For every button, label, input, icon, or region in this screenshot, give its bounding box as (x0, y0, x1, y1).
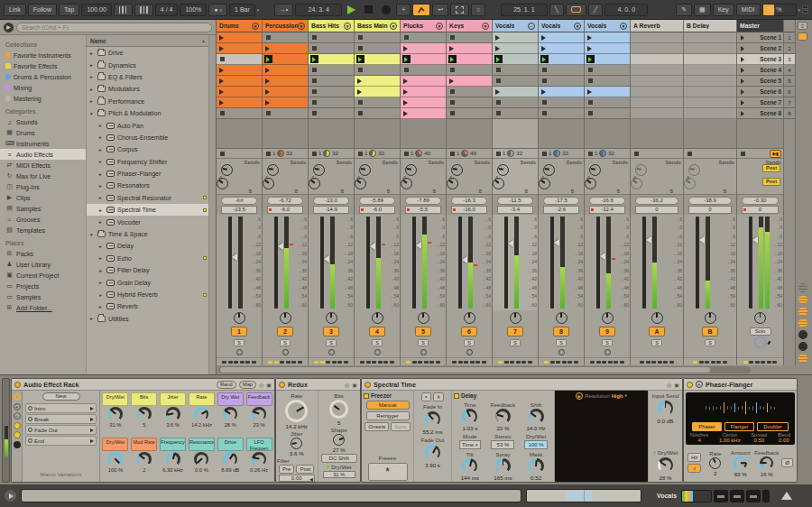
crossfade-dash[interactable] (482, 361, 486, 364)
punch-in-button[interactable]: ╲ (549, 4, 564, 16)
hot-swap-icon[interactable]: ◎ (667, 382, 671, 388)
crossfade-dash[interactable] (510, 361, 514, 364)
clip-playing-button[interactable] (540, 55, 549, 63)
send-a-knob[interactable] (221, 164, 233, 176)
macro-label[interactable]: Dry/Wet (102, 392, 128, 406)
arrangement-position-field[interactable]: 24. 3. 4 (295, 4, 342, 16)
clip-slot[interactable] (309, 43, 354, 54)
shape-knob[interactable] (333, 434, 345, 446)
freeze-trigger-icon[interactable]: ▶ (576, 392, 583, 400)
clip-slot[interactable] (493, 87, 538, 97)
clip-slot[interactable] (585, 97, 630, 108)
clip-slot[interactable] (447, 108, 492, 119)
sidebar-item-drums-percussion[interactable]: Drums & Percussion (0, 71, 86, 82)
clip-slot[interactable] (355, 97, 400, 108)
disclosure-arrow-icon[interactable]: ▾ (88, 232, 95, 237)
crossfade-dash[interactable] (743, 361, 748, 364)
sidebar-item-max-for-live[interactable]: ↻Max for Live (0, 171, 86, 181)
freeze-sync-button[interactable]: Sync (391, 422, 410, 431)
feedback-knob[interactable] (760, 456, 773, 470)
track-activator-button[interactable]: 6 (461, 327, 477, 336)
preview-volume-knob[interactable] (754, 336, 766, 348)
crossfade-dash[interactable] (326, 361, 330, 364)
macro-knob[interactable] (252, 407, 266, 421)
device-fold-icon[interactable]: ▾ (696, 381, 703, 388)
clip-slot[interactable] (217, 54, 262, 65)
clip-slot[interactable] (539, 65, 584, 76)
send-a-knob[interactable] (359, 164, 371, 176)
clip-slot[interactable] (217, 76, 262, 87)
volume-fader-lane[interactable] (596, 217, 600, 309)
track-activator-button[interactable]: A (649, 327, 665, 336)
variation-launch-icon[interactable] (90, 429, 94, 432)
clip-slot[interactable] (493, 54, 538, 65)
clip-slot[interactable] (493, 65, 538, 76)
macro-knob[interactable] (137, 452, 152, 466)
sidebar-item-samples[interactable]: ▤Samples (0, 203, 86, 214)
sidebar-item-favorite-effects[interactable]: Favorite Effects (0, 60, 86, 71)
track-activator-button[interactable]: 1 (231, 327, 247, 336)
volume-fader-lane[interactable] (228, 217, 232, 309)
send-a-knob[interactable] (451, 164, 463, 176)
track-stop-button[interactable] (542, 152, 547, 156)
send-a-knob[interactable] (267, 164, 279, 176)
mixer-toggle-mixer[interactable] (798, 318, 807, 327)
crossfade-dash[interactable] (544, 361, 549, 364)
macro-knob[interactable] (252, 452, 266, 466)
delay-mode-select[interactable]: Time▾ (459, 440, 481, 449)
mixer-toggle-performance[interactable] (798, 354, 807, 363)
sidebar-item-sounds[interactable]: ♫Sounds (0, 116, 86, 127)
rate-knob[interactable] (285, 400, 308, 422)
volume-fader-lane[interactable] (696, 217, 699, 309)
sidebar-item-projects[interactable]: ▭Projects (0, 281, 86, 291)
mode-button-phaser[interactable]: Phaser (692, 422, 721, 431)
volume-field[interactable]: 0 (635, 206, 678, 214)
volume-fader-handle[interactable] (370, 243, 375, 250)
sidebar-item-mastering[interactable]: Mastering (0, 93, 86, 104)
tree-item-performance[interactable]: ▸Performance (87, 96, 209, 107)
track-stop-button[interactable] (450, 152, 455, 156)
device-thumbnail[interactable] (746, 490, 761, 502)
macro-knob[interactable] (108, 452, 123, 466)
crossfade-dash[interactable] (429, 361, 434, 364)
volume-fader-handle[interactable] (232, 254, 237, 261)
play-button[interactable] (347, 5, 355, 14)
crossfade-dash[interactable] (651, 361, 656, 364)
device-view-scrollbar[interactable] (526, 489, 641, 502)
clip-slot[interactable] (263, 32, 308, 43)
macro-label[interactable]: Frequency (160, 438, 186, 451)
clip-slot[interactable] (493, 76, 538, 87)
disclosure-arrow-icon[interactable]: ▾ (88, 111, 95, 116)
tree-item-spectral-resonator[interactable]: ▸Spectral Resonator (87, 192, 209, 204)
overdub-button[interactable]: + (396, 4, 411, 16)
macro-label[interactable]: Drive (217, 438, 244, 451)
clip-slot[interactable] (447, 76, 492, 87)
crossfade-dash[interactable] (562, 361, 567, 364)
clip-slot[interactable] (493, 43, 538, 54)
device-thumbnail[interactable] (730, 490, 744, 502)
bits-knob[interactable] (329, 400, 348, 419)
crossfade-dash[interactable] (620, 361, 624, 364)
track-activator-button[interactable]: B (702, 327, 718, 336)
crossfade-dash[interactable] (337, 361, 342, 364)
crossfade-dash[interactable] (749, 361, 753, 364)
volume-field[interactable]: -3.4 (497, 206, 533, 214)
send-b-post-toggle[interactable]: Post (762, 178, 780, 186)
sidebar-item-samples[interactable]: ▭Samples (0, 291, 86, 302)
tree-item-grain-delay[interactable]: ▸Grain Delay (87, 276, 209, 288)
draw-mode-button[interactable]: ✎ (676, 4, 692, 16)
sidebar-item-drums[interactable]: ▦Drums (0, 127, 86, 138)
tree-item-echo[interactable]: ▸Echo (87, 253, 209, 264)
track-freeze-icon[interactable]: ▾ (620, 23, 627, 30)
volume-fader-handle[interactable] (554, 239, 559, 246)
clip-slot[interactable] (447, 65, 492, 76)
track-stop-button[interactable] (588, 152, 593, 156)
volume-field[interactable]: 0 (688, 206, 732, 214)
crossfade-dash[interactable] (723, 361, 727, 364)
clip-slot[interactable] (585, 54, 630, 65)
crossfade-dash[interactable] (711, 361, 715, 364)
crossfade-dash[interactable] (464, 361, 468, 364)
punch-out-button[interactable]: ╱ (588, 4, 603, 16)
fade-out-knob[interactable] (425, 445, 440, 460)
macro-label[interactable]: Bits (131, 392, 157, 406)
